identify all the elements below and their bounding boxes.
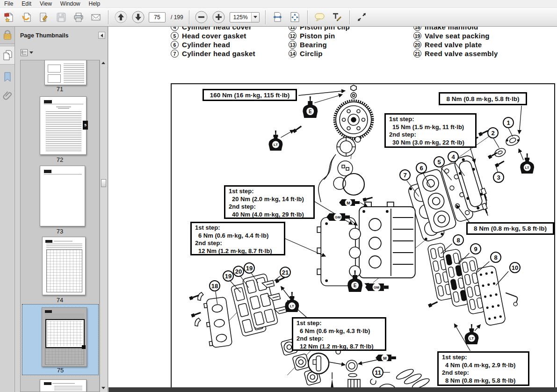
menu-file[interactable]: File bbox=[0, 0, 17, 7]
part-label: Head cover gasket bbox=[182, 32, 246, 40]
thumbnail-options-button[interactable] bbox=[20, 48, 34, 57]
thumbnail-label: 72 bbox=[21, 156, 99, 163]
exploded-diagram-frame: E E LT LT bbox=[171, 83, 555, 392]
text-annotation-button[interactable] bbox=[331, 11, 344, 24]
thumbnail-page-76[interactable] bbox=[40, 379, 87, 392]
navigation-rail bbox=[0, 27, 15, 392]
scrollbar-thumb[interactable] bbox=[101, 179, 106, 187]
part-number: 4 bbox=[171, 27, 179, 31]
thumbnail-label: 74 bbox=[21, 297, 99, 304]
part-number: 21 bbox=[413, 50, 421, 58]
part-number-bubble: 20 bbox=[233, 266, 244, 277]
zoom-in-button[interactable] bbox=[212, 11, 225, 24]
step-value: 20 Nm (2.0 m·kg, 14 ft·lb) bbox=[229, 196, 310, 203]
menu-edit[interactable]: Edit bbox=[17, 0, 36, 7]
fit-width-button[interactable] bbox=[271, 11, 284, 24]
options-list-icon bbox=[20, 49, 28, 57]
step-value: 15 Nm (1.5 m·kg, 11 ft·lb) bbox=[389, 123, 472, 131]
comment-button[interactable] bbox=[313, 11, 326, 24]
thumbnail-page-74[interactable] bbox=[42, 237, 86, 295]
attachments-panel-button[interactable] bbox=[0, 87, 14, 105]
open-file-button[interactable] bbox=[20, 11, 33, 24]
email-icon bbox=[90, 12, 101, 23]
part-number-bubble: 18 bbox=[209, 280, 220, 291]
zoom-out-button[interactable] bbox=[195, 11, 208, 24]
menu-view[interactable]: View bbox=[36, 0, 56, 7]
step-value: 6 Nm (0.6 m·kg, 4.3 ft·lb) bbox=[297, 327, 382, 335]
thumbnail-label: 71 bbox=[21, 86, 99, 93]
save-icon bbox=[56, 12, 67, 23]
gasket-maker-tube-icon: GM bbox=[365, 283, 389, 291]
view-rectangle-handle[interactable] bbox=[82, 345, 86, 349]
next-page-icon bbox=[132, 11, 145, 23]
part-number-bubble: 3 bbox=[493, 172, 504, 183]
svg-text:GM: GM bbox=[335, 215, 340, 219]
part-label: Intake manifold bbox=[425, 27, 478, 31]
email-button[interactable] bbox=[89, 11, 102, 24]
parts-list-column-2: 11Piston pin clip 12Piston pin 13Bearing… bbox=[289, 27, 350, 58]
step-label: 1st step: bbox=[297, 319, 382, 327]
save-button[interactable] bbox=[55, 11, 68, 24]
oil-bottle-e-icon: E bbox=[303, 96, 318, 118]
torque-callout-steps-reed: 1st step: 6 Nm (0.6 m·kg, 4.3 ft·lb) 2nd… bbox=[292, 317, 386, 351]
torque-callout-top-right: 8 Nm (0.8 m·kg, 5.8 ft·lb) bbox=[439, 92, 527, 105]
grease-tube-m-icon: M bbox=[376, 355, 396, 362]
page-view-rectangle[interactable] bbox=[45, 319, 85, 348]
step-label: 1st step: bbox=[195, 224, 281, 232]
step-label: 2nd step: bbox=[195, 240, 281, 247]
step-label: 2nd step: bbox=[297, 335, 382, 343]
part-number-bubble: 8 bbox=[490, 252, 501, 263]
print-button[interactable] bbox=[72, 11, 85, 24]
torque-callout-steps-crankcase-small: 1st step: 6 Nm (0.6 m·kg, 4.4 ft·lb) 2nd… bbox=[190, 222, 285, 255]
previous-page-button[interactable] bbox=[114, 11, 127, 24]
part-number-bubble: 9 bbox=[470, 243, 481, 254]
zoom-level-value[interactable]: 125% bbox=[230, 13, 251, 22]
part-number: 20 bbox=[413, 41, 421, 49]
bookmarks-panel-button[interactable] bbox=[0, 68, 14, 87]
step-value: 40 Nm (4.0 m·kg, 29 ft·lb) bbox=[229, 211, 310, 219]
thumbnail-page-71[interactable] bbox=[44, 60, 87, 85]
thumbnail-page-72[interactable]: 5 bbox=[40, 96, 87, 155]
fullscreen-button[interactable] bbox=[355, 11, 369, 24]
thumbnail-page-75-selected[interactable]: 75 bbox=[22, 304, 99, 375]
chevron-down-icon bbox=[253, 16, 257, 18]
pdf-viewer-window: { "menu": { "items": ["File", "Edit", "V… bbox=[0, 0, 557, 392]
svg-text:M: M bbox=[383, 356, 386, 360]
step-label: 2nd step: bbox=[229, 203, 310, 211]
create-pdf-icon bbox=[4, 12, 15, 23]
page-thumbnails-panel-button[interactable] bbox=[0, 46, 14, 65]
menu-window[interactable]: Window bbox=[56, 0, 85, 7]
part-label: Reed valve plate bbox=[425, 41, 482, 49]
part-number-bubble: 11 bbox=[372, 367, 383, 378]
torque-callout-steps-crankcase: 1st step: 20 Nm (2.0 m·kg, 14 ft·lb) 2nd… bbox=[224, 185, 315, 219]
thumbnail-page-73[interactable] bbox=[40, 166, 85, 226]
scroll-down-arrow-icon[interactable] bbox=[101, 387, 105, 389]
loctite-bottle-icon: LT bbox=[268, 131, 282, 151]
page-number-input[interactable] bbox=[149, 12, 166, 22]
scroll-up-arrow-icon[interactable] bbox=[101, 62, 105, 64]
cylinder-block-part bbox=[359, 202, 415, 278]
menu-help[interactable]: Help bbox=[85, 0, 105, 7]
zoom-level-dropdown[interactable] bbox=[251, 13, 259, 22]
thumbnail-list: 71 5 72 73 74 bbox=[20, 60, 100, 392]
bookmark-icon bbox=[3, 72, 12, 83]
fit-page-button[interactable] bbox=[289, 11, 302, 24]
torque-callout-flywheel: 160 Nm (16 m·kg, 115 ft·lb) bbox=[203, 89, 297, 101]
part-number-bubble: 19 bbox=[244, 262, 255, 274]
create-pdf-button[interactable] bbox=[3, 11, 16, 24]
part-number: 12 bbox=[289, 32, 297, 40]
svg-text:LT: LT bbox=[525, 166, 529, 170]
thumbnail-scrollbar[interactable] bbox=[100, 60, 107, 392]
edit-document-button[interactable] bbox=[37, 11, 51, 24]
part-label: Valve seat packing bbox=[425, 32, 490, 40]
manifold-bracket-parts bbox=[195, 292, 203, 326]
lock-icon bbox=[2, 29, 13, 41]
fullscreen-icon bbox=[356, 12, 367, 22]
part-number-bubble: 6 bbox=[416, 162, 427, 174]
svg-text:LT: LT bbox=[274, 143, 278, 147]
part-number-bubble: 4 bbox=[448, 151, 459, 162]
lock-button[interactable] bbox=[0, 27, 14, 44]
collapse-panel-button[interactable] bbox=[98, 32, 105, 39]
loctite-bottle-icon: LT bbox=[464, 324, 478, 344]
next-page-button[interactable] bbox=[131, 11, 145, 24]
